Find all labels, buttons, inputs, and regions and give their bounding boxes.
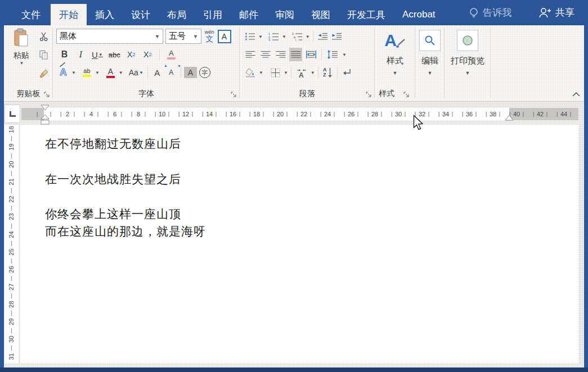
increase-indent-button[interactable] [330,30,343,43]
numbering-dropdown-arrow[interactable]: ▼ [282,34,286,39]
sort-button[interactable]: AZ [321,66,334,79]
font-size-combobox[interactable]: 五号 ▼ [165,29,201,44]
phonetic-guide-button[interactable]: wén 文 [205,30,214,43]
numbering-button[interactable]: 123 [267,30,280,43]
font-name-combobox[interactable]: 黑体 ▼ [56,29,163,44]
align-left-button[interactable] [244,48,257,61]
align-center-button[interactable] [259,48,272,61]
character-shading-button[interactable]: A [184,67,197,78]
horizontal-ruler[interactable]: |||2||4||6||8||10||12||14||16||18||20||2… [4,108,584,120]
vertical-ruler[interactable]: 18|19|20|21|22|23|24|25|26|27|28|29|30|3… [5,125,19,363]
h-ruler-cell: |22| [292,108,316,120]
bold-button[interactable]: B [58,48,71,61]
asian-layout-dropdown-arrow[interactable]: ▼ [311,70,315,75]
document-line[interactable] [45,152,206,170]
tab-4[interactable]: 布局 [159,4,195,25]
paste-label: 粘贴 [14,51,29,61]
clipboard-small-buttons [37,30,50,80]
styles-dropdown-arrow[interactable]: ▼ [393,70,398,76]
align-right-button[interactable] [274,48,287,61]
lightbulb-icon [469,7,479,19]
tell-me-button[interactable]: 告诉我 [469,6,511,19]
editing-dropdown-arrow[interactable]: ▼ [428,70,433,76]
format-painter-icon [39,69,49,79]
bullets-dropdown-arrow[interactable]: ▼ [258,34,263,39]
paint-bucket-icon [245,68,256,78]
hanging-indent-marker[interactable] [41,114,50,125]
tab-7[interactable]: 审阅 [267,4,303,25]
asian-layout-button[interactable]: A [294,66,309,79]
bullets-button[interactable] [244,30,257,43]
strikethrough-button[interactable]: abc [107,48,122,61]
multilevel-dropdown-arrow[interactable]: ▼ [306,34,310,39]
underline-dropdown-arrow[interactable]: ▼ [98,52,103,57]
collapse-ribbon-button[interactable] [572,90,581,100]
font-dialog-launcher[interactable] [231,90,237,97]
document-line[interactable] [45,188,206,205]
editing-button[interactable]: 编辑 ▼ [416,28,444,76]
tab-10[interactable]: Acrobat [394,4,444,25]
tab-9[interactable]: 开发工具 [339,4,394,25]
text-effects-button[interactable]: A [57,66,70,79]
clipboard-dialog-launcher[interactable] [44,90,51,97]
line-spacing-dropdown-arrow[interactable]: ▼ [342,52,347,57]
tab-5[interactable]: 引用 [195,4,231,25]
line-spacing-button[interactable] [326,48,339,61]
text-effects-dropdown-arrow[interactable]: ▼ [71,70,76,75]
character-border-button[interactable]: A [218,30,231,43]
show-hide-marks-button[interactable] [340,66,353,79]
document-line[interactable]: 你终会攀上这样一座山顶 [45,205,206,223]
change-case-button[interactable]: Aa▼ [128,66,145,79]
superscript-button[interactable]: X2 [141,48,154,61]
font-color-dropdown-arrow[interactable]: ▼ [119,70,123,75]
first-line-indent-marker[interactable] [41,105,50,111]
document-line[interactable]: 而在这座山的那边，就是海呀 [45,223,206,240]
paste-dropdown-arrow[interactable]: ▼ [20,61,24,66]
right-indent-marker[interactable] [505,115,514,121]
paragraph-dialog-launcher[interactable] [366,90,372,97]
paste-button[interactable]: 粘贴 ▼ [7,28,36,87]
font-size-dropdown-arrow[interactable]: ▼ [191,34,198,39]
font-color-button[interactable]: A [104,66,117,79]
tab-file[interactable]: 文件 [11,4,51,25]
tab-6[interactable]: 邮件 [231,4,267,25]
justify-button[interactable] [289,48,302,61]
shrink-font-button[interactable]: A▼ [165,66,178,79]
clear-formatting-button[interactable]: A [165,48,178,61]
highlight-dropdown-arrow[interactable]: ▼ [95,70,100,75]
borders-button[interactable] [269,66,282,79]
highlight-color-button[interactable]: ab [80,66,93,79]
multilevel-list-button[interactable]: 1ai [291,30,304,43]
tab-2[interactable]: 插入 [87,4,123,25]
document-line[interactable]: 在一次次地战胜失望之后 [45,170,206,188]
increase-indent-icon [331,32,342,41]
tab-1[interactable]: 开始 [51,4,87,25]
decrease-indent-button[interactable] [316,30,329,43]
copy-button[interactable] [37,48,50,62]
document-line[interactable]: 在不停地翻过无数座山后 [45,135,206,152]
styles-button[interactable]: A 样式 ▼ [375,28,415,76]
share-button[interactable]: 共享 [538,6,574,19]
tab-3[interactable]: 设计 [123,4,159,25]
shading-dropdown-arrow[interactable]: ▼ [259,70,263,75]
change-case-dropdown-arrow[interactable]: ▼ [139,70,143,75]
subscript-button[interactable]: X2 [125,48,138,61]
print-preview-button[interactable]: 打印预览 ▼ [445,28,490,76]
underline-button[interactable]: U▼ [91,48,104,61]
tabs-holder: 开始插入设计布局引用邮件审阅视图开发工具Acrobat [51,0,444,25]
cut-button[interactable] [37,30,50,43]
font-name-dropdown-arrow[interactable]: ▼ [152,34,160,39]
distribute-button[interactable] [304,48,317,61]
format-painter-button[interactable] [37,67,50,80]
grow-font-button[interactable]: A▲ [151,66,164,79]
shading-button[interactable] [244,66,257,79]
print-preview-dropdown-arrow[interactable]: ▼ [465,70,470,76]
tab-8[interactable]: 视图 [303,4,339,25]
italic-button[interactable]: I [74,48,87,61]
borders-dropdown-arrow[interactable]: ▼ [284,70,288,75]
document-text[interactable]: 在不停地翻过无数座山后 在一次次地战胜失望之后 你终会攀上这样一座山顶而在这座山… [45,135,206,241]
document-page[interactable]: 在不停地翻过无数座山后 在一次次地战胜失望之后 你终会攀上这样一座山顶而在这座山… [20,125,578,363]
styles-dialog-launcher[interactable] [403,90,410,97]
v-ruler-cell: 19| [5,142,19,160]
enclose-characters-button[interactable]: 字 [198,66,212,79]
